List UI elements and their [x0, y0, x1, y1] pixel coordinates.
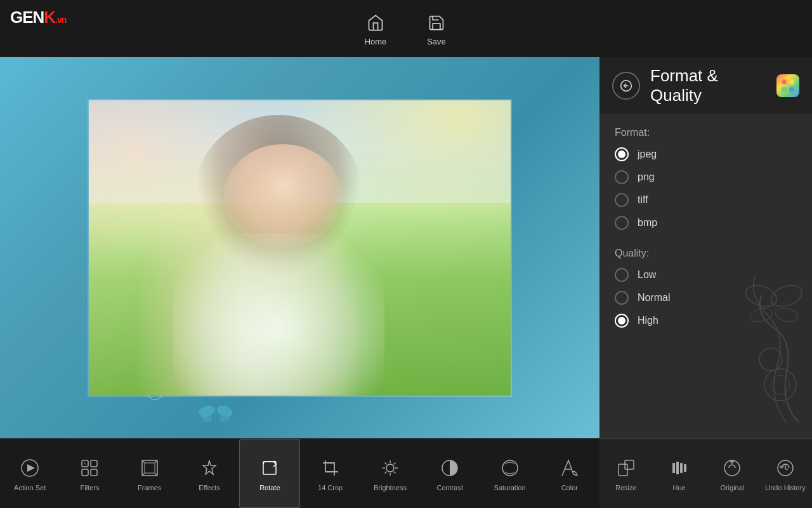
- save-icon: [425, 11, 448, 34]
- tool-brightness[interactable]: Brightness: [360, 439, 420, 508]
- photo-overlay: [89, 100, 511, 396]
- tool-saturation[interactable]: Saturation: [480, 439, 539, 508]
- panel-title: Format & Quality: [650, 66, 766, 105]
- toolbar-right: Resize Hue Ori: [599, 439, 812, 508]
- canvas-area: [0, 57, 599, 438]
- quality-high[interactable]: High: [615, 314, 797, 328]
- bottom-toolbar: Action Set Filters Frames: [0, 438, 812, 508]
- svg-rect-26: [263, 462, 276, 474]
- action-set-icon: [18, 456, 42, 480]
- format-bmp[interactable]: bmp: [615, 216, 797, 230]
- tool-original[interactable]: Original: [705, 439, 759, 508]
- logo: GENK.vn: [10, 8, 66, 27]
- tool-action-set[interactable]: Action Set: [0, 439, 60, 508]
- quality-high-label: High: [638, 315, 658, 326]
- format-jpeg-radio-inner: [618, 150, 625, 158]
- format-tiff-label: tiff: [638, 194, 648, 206]
- format-png-label: png: [638, 171, 655, 183]
- svg-point-13: [759, 348, 782, 371]
- resize-label: Resize: [615, 484, 637, 491]
- contrast-label: Contrast: [436, 484, 463, 491]
- format-label: Format:: [615, 127, 797, 138]
- quality-radio-group: Low Normal High: [615, 268, 797, 328]
- svg-marker-19: [27, 464, 35, 472]
- format-jpeg-radio[interactable]: [615, 147, 629, 161]
- tool-color[interactable]: Color: [540, 439, 599, 508]
- svg-rect-23: [91, 469, 97, 476]
- svg-point-11: [764, 369, 796, 401]
- resize-icon: [614, 456, 638, 480]
- tool-effects[interactable]: Effects: [180, 439, 239, 508]
- quality-normal[interactable]: Normal: [615, 291, 797, 305]
- svg-point-10: [789, 87, 794, 92]
- svg-point-7: [782, 79, 787, 84]
- right-panel: Format & Quality Format: jpeg: [599, 57, 812, 438]
- svg-rect-42: [676, 462, 679, 474]
- nav-home[interactable]: Home: [364, 11, 387, 46]
- back-button[interactable]: [612, 72, 640, 100]
- svg-rect-41: [672, 463, 675, 473]
- undo-history-label: Undo History: [765, 484, 806, 491]
- color-icon: [558, 456, 582, 480]
- quality-high-radio[interactable]: [615, 314, 629, 328]
- photo-canvas: [89, 100, 511, 396]
- undo-history-icon: [773, 456, 797, 480]
- format-png[interactable]: png: [615, 170, 797, 184]
- tool-frames[interactable]: Frames: [120, 439, 180, 508]
- tool-crop[interactable]: 14 Crop: [300, 439, 360, 508]
- svg-point-8: [789, 79, 794, 84]
- save-label: Save: [427, 37, 446, 46]
- format-tiff[interactable]: tiff: [615, 193, 797, 207]
- nav-save[interactable]: Save: [425, 11, 448, 46]
- svg-rect-22: [82, 469, 88, 476]
- svg-rect-27: [325, 463, 334, 472]
- svg-line-34: [393, 471, 395, 473]
- quality-low-radio[interactable]: [615, 268, 629, 282]
- color-label: Color: [561, 484, 578, 491]
- filters-icon: [77, 456, 102, 480]
- filters-label: Filters: [80, 484, 99, 491]
- tool-rotate[interactable]: Rotate: [239, 439, 300, 508]
- tool-resize[interactable]: Resize: [599, 439, 653, 508]
- svg-line-35: [393, 462, 395, 464]
- tool-contrast[interactable]: Contrast: [420, 439, 480, 508]
- svg-rect-44: [684, 464, 686, 472]
- quality-low[interactable]: Low: [615, 268, 797, 282]
- brightness-label: Brightness: [374, 484, 407, 491]
- svg-rect-39: [619, 464, 627, 476]
- svg-rect-25: [145, 463, 155, 473]
- quality-high-radio-inner: [618, 317, 625, 324]
- effects-icon: [197, 456, 221, 480]
- svg-point-9: [782, 87, 787, 92]
- format-jpeg[interactable]: jpeg: [615, 147, 797, 161]
- svg-rect-43: [680, 463, 683, 473]
- saturation-icon: [498, 456, 522, 480]
- frames-label: Frames: [138, 484, 161, 491]
- rotate-icon: [258, 456, 282, 480]
- frames-icon: [138, 456, 162, 480]
- quality-low-label: Low: [638, 269, 656, 281]
- app-icon: [776, 74, 799, 97]
- crop-label: 14 Crop: [318, 484, 343, 491]
- format-bmp-radio[interactable]: [615, 216, 629, 230]
- quality-label: Quality:: [615, 248, 797, 259]
- top-nav: Home Save: [364, 11, 448, 46]
- tool-undo-history[interactable]: Undo History: [759, 439, 812, 508]
- tool-filters[interactable]: Filters: [60, 439, 119, 508]
- svg-rect-21: [91, 460, 97, 467]
- home-label: Home: [365, 37, 387, 46]
- svg-point-28: [386, 464, 394, 472]
- svg-line-36: [384, 471, 386, 473]
- format-tiff-radio[interactable]: [615, 193, 629, 207]
- quality-normal-label: Normal: [638, 292, 671, 304]
- hue-icon: [667, 456, 691, 480]
- panel-header: Format & Quality: [599, 57, 812, 114]
- effects-label: Effects: [199, 484, 219, 491]
- canvas-background: [0, 57, 599, 438]
- brightness-icon: [378, 456, 402, 480]
- svg-point-12: [771, 375, 790, 394]
- saturation-label: Saturation: [494, 484, 525, 491]
- tool-hue[interactable]: Hue: [653, 439, 706, 508]
- quality-normal-radio[interactable]: [615, 291, 629, 305]
- format-png-radio[interactable]: [615, 170, 629, 184]
